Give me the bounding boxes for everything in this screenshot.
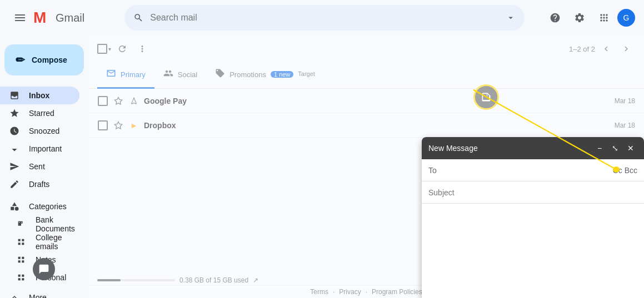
sidebar-item-snoozed[interactable]: Snoozed	[0, 122, 79, 140]
compose-window-title[interactable]: New Message	[428, 144, 593, 153]
email-date-google-pay: Mar 18	[615, 97, 635, 105]
terms-link[interactable]: Terms	[310, 288, 328, 296]
more-options-button[interactable]	[133, 40, 151, 58]
apps-button[interactable]	[593, 7, 615, 29]
compose-window: New Message − ⤡ ✕ To Cc Bcc	[422, 137, 644, 298]
top-icons: G	[544, 7, 635, 29]
categories-label: Categories	[29, 202, 73, 211]
svg-rect-0	[15, 14, 25, 16]
sent-label: Sent	[29, 162, 73, 171]
storage-fill	[97, 279, 121, 281]
sidebar-item-more[interactable]: More	[0, 289, 79, 298]
drafts-icon	[9, 179, 20, 189]
email-sender-google-pay: Google Pay	[144, 97, 233, 105]
starred-label: Starred	[29, 109, 73, 118]
search-dropdown-icon[interactable]	[506, 12, 516, 23]
more-label: More	[29, 293, 73, 298]
compose-close-button[interactable]: ✕	[624, 142, 637, 155]
pagination-text: 1–2 of 2	[569, 45, 595, 53]
email-row-google-pay[interactable]: Google Pay Mar 18	[88, 89, 644, 113]
more-icon	[9, 292, 20, 298]
select-all-area[interactable]: ▾	[97, 44, 111, 54]
compose-message-body[interactable]	[422, 204, 644, 298]
settings-button[interactable]	[568, 7, 591, 29]
sidebar-item-important[interactable]: Important	[0, 140, 79, 158]
compose-subject-input[interactable]	[428, 188, 637, 197]
compose-subject-field[interactable]	[422, 181, 644, 204]
email-star-dropbox[interactable]	[113, 120, 124, 131]
svg-rect-1	[15, 17, 25, 18]
compose-to-label: To	[428, 166, 451, 175]
personal-icon	[16, 273, 27, 282]
email-important-google-pay[interactable]	[128, 97, 139, 105]
search-bar	[124, 5, 525, 31]
email-row-dropbox[interactable]: ► Dropbox Mar 18	[88, 113, 644, 138]
bank-documents-icon	[16, 220, 27, 229]
sidebar-item-college-emails[interactable]: College emails	[0, 233, 79, 251]
storage-bar	[97, 279, 175, 281]
important-marker: ►	[130, 121, 138, 130]
important-label: Important	[29, 144, 73, 153]
sidebar-item-sent[interactable]: Sent	[0, 158, 79, 175]
promotions-tab-label: Promotions	[229, 70, 266, 79]
promotions-tab-icon	[215, 68, 225, 81]
college-emails-icon	[16, 238, 27, 246]
privacy-link[interactable]: Privacy	[339, 288, 361, 296]
select-all-checkbox[interactable]	[97, 44, 107, 54]
svg-rect-5	[11, 207, 14, 210]
search-input-wrap[interactable]	[124, 5, 525, 31]
compose-minimize-button[interactable]: −	[593, 142, 606, 155]
storage-text: 0.38 GB of 15 GB used	[179, 276, 248, 284]
toolbar: ▾ 1–2 of 2	[88, 36, 644, 62]
manage-storage-link[interactable]: ↗	[253, 276, 258, 284]
email-star-google-pay[interactable]	[113, 95, 124, 107]
compose-button[interactable]: ✏ Compose	[4, 44, 84, 75]
gmail-logo: M Gmail	[33, 9, 84, 26]
next-page-button[interactable]	[617, 40, 635, 58]
svg-text:M: M	[33, 9, 46, 26]
star-icon	[9, 108, 20, 118]
email-important-dropbox[interactable]: ►	[128, 121, 139, 130]
search-icon	[133, 12, 143, 23]
help-button[interactable]	[544, 7, 566, 29]
compose-to-input[interactable]	[451, 166, 613, 175]
compose-cc-bcc-button[interactable]: Cc Bcc	[613, 166, 637, 175]
search-input[interactable]	[150, 13, 499, 23]
tab-social[interactable]: Social	[154, 62, 206, 89]
compose-icon: ✏	[16, 53, 25, 67]
categories-icon	[9, 201, 20, 211]
compose-window-header[interactable]: New Message − ⤡ ✕	[422, 137, 644, 159]
promotions-badge: 1 new	[271, 71, 293, 78]
compose-body: To Cc Bcc	[422, 159, 644, 298]
avatar[interactable]: G	[617, 9, 635, 27]
compose-to-field[interactable]: To Cc Bcc	[422, 159, 644, 181]
social-tab-icon	[163, 68, 173, 81]
tab-promotions[interactable]: Promotions 1 new Target	[206, 62, 324, 89]
inbox-label: Inbox	[29, 91, 73, 100]
email-checkbox-google-pay[interactable]	[97, 95, 108, 107]
program-policies-link[interactable]: Program Policies	[372, 288, 422, 296]
tab-primary[interactable]: Primary	[97, 62, 154, 89]
prev-page-button[interactable]	[597, 40, 615, 58]
select-dropdown-icon[interactable]: ▾	[108, 46, 111, 52]
content-area: ▾ 1–2 of 2	[88, 36, 644, 298]
sent-icon	[9, 161, 20, 171]
email-date-dropbox: Mar 18	[615, 122, 635, 129]
categories-header[interactable]: Categories	[0, 198, 79, 215]
promotions-sublabel: Target	[298, 70, 315, 77]
toolbar-right: 1–2 of 2	[569, 40, 635, 58]
primary-tab-label: Primary	[121, 70, 146, 79]
chat-bubble[interactable]	[33, 258, 55, 280]
hamburger-menu-button[interactable]	[9, 7, 31, 29]
svg-point-4	[15, 207, 19, 211]
sidebar-item-bank-documents[interactable]: Bank Documents	[0, 215, 79, 233]
sidebar-item-drafts[interactable]: Drafts	[0, 175, 79, 193]
main-area: ✏ Compose Inbox Starred	[0, 36, 644, 298]
compose-fullscreen-button[interactable]: ⤡	[608, 142, 622, 155]
email-checkbox-dropbox[interactable]	[97, 120, 108, 131]
top-bar: M Gmail G	[0, 0, 644, 36]
refresh-button[interactable]	[113, 40, 131, 58]
bank-documents-label: Bank Documents	[36, 215, 75, 233]
sidebar-item-inbox[interactable]: Inbox	[0, 87, 79, 104]
sidebar-item-starred[interactable]: Starred	[0, 104, 79, 122]
